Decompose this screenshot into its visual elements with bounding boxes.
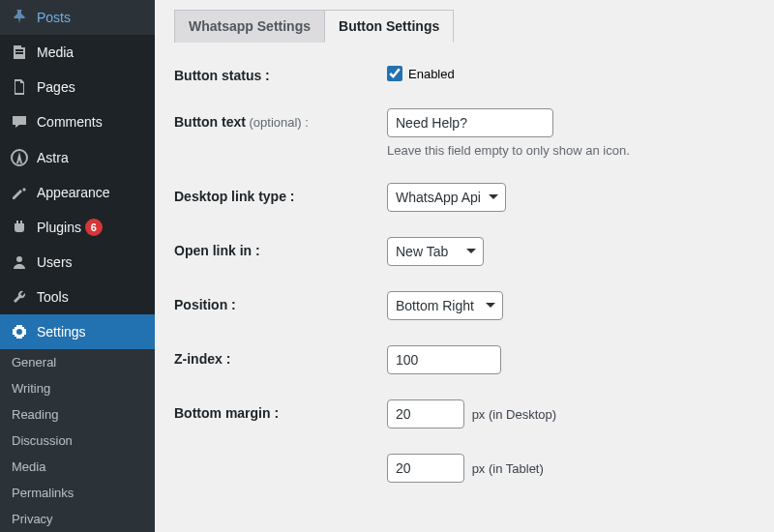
sidebar-item-astra[interactable]: Astra [0, 140, 155, 175]
select-desktop-link-type[interactable]: WhatsApp Api [387, 183, 506, 212]
row-button-text: Button text (optional) : Leave this fiel… [174, 108, 755, 158]
sidebar-item-label: Comments [37, 114, 103, 130]
sidebar-item-comments[interactable]: Comments [0, 104, 155, 139]
select-open-link-in[interactable]: New Tab [387, 237, 484, 266]
comments-icon [10, 112, 29, 132]
settings-submenu: General Writing Reading Discussion Media… [0, 349, 155, 532]
row-bottom-margin-desktop: Bottom margin : px (in Desktop) [174, 399, 755, 429]
pages-icon [10, 77, 29, 97]
sidebar-item-label: Pages [37, 79, 75, 95]
astra-icon [10, 148, 29, 167]
sidebar-item-label: Media [37, 44, 74, 60]
tools-icon [10, 287, 29, 307]
pin-icon [10, 8, 29, 27]
label-bottom-margin: Bottom margin : [174, 399, 387, 421]
sidebar-item-appearance[interactable]: Appearance [0, 175, 155, 210]
sidebar-item-users[interactable]: Users [0, 245, 155, 280]
tabs: Whatsapp Settings Button Settings [174, 0, 755, 43]
checkbox-button-status-wrap[interactable]: Enabled [387, 62, 755, 81]
input-z-index[interactable] [387, 345, 501, 374]
sidebar-item-label: Tools [37, 289, 69, 305]
sidebar-item-plugins[interactable]: Plugins 6 [0, 210, 155, 245]
settings-form: Button status : Enabled Button text (opt… [174, 62, 755, 483]
input-bottom-margin-tablet[interactable] [387, 454, 464, 483]
sidebar-item-label: Posts [37, 10, 71, 25]
svg-point-1 [16, 256, 22, 262]
content-area: Whatsapp Settings Button Settings Button… [155, 0, 774, 532]
update-badge: 6 [85, 219, 103, 236]
row-position: Position : Bottom Right [174, 291, 755, 320]
submenu-item-general[interactable]: General [0, 349, 155, 375]
checkbox-label: Enabled [408, 67, 455, 81]
sidebar-item-label: Settings [37, 324, 86, 340]
submenu-item-reading[interactable]: Reading [0, 401, 155, 428]
label-button-text: Button text (optional) : [174, 108, 387, 130]
label-button-status: Button status : [174, 62, 387, 83]
submenu-item-media[interactable]: Media [0, 454, 155, 480]
sidebar-item-settings[interactable]: Settings [0, 314, 155, 349]
sidebar-item-media[interactable]: Media [0, 35, 155, 70]
appearance-icon [10, 183, 29, 202]
input-bottom-margin-desktop[interactable] [387, 399, 464, 429]
row-bottom-margin-tablet: px (in Tablet) [174, 454, 755, 483]
submenu-item-privacy[interactable]: Privacy [0, 506, 155, 532]
media-icon [10, 43, 29, 62]
tab-whatsapp-settings[interactable]: Whatsapp Settings [174, 10, 325, 43]
label-desktop-link-type: Desktop link type : [174, 183, 387, 204]
submenu-item-permalinks[interactable]: Permalinks [0, 480, 155, 506]
sidebar-item-tools[interactable]: Tools [0, 280, 155, 314]
sidebar-item-label: Plugins [37, 220, 81, 235]
help-button-text: Leave this field empty to only show an i… [387, 143, 755, 158]
label-position: Position : [174, 291, 387, 312]
row-z-index: Z-index : [174, 345, 755, 374]
users-icon [10, 252, 29, 272]
plugins-icon [10, 218, 29, 237]
row-desktop-link-type: Desktop link type : WhatsApp Api [174, 183, 755, 212]
checkbox-button-status[interactable] [387, 66, 402, 81]
sidebar-item-label: Users [37, 254, 73, 270]
input-button-text[interactable] [387, 108, 553, 137]
unit-tablet: px (in Tablet) [472, 461, 544, 476]
row-button-status: Button status : Enabled [174, 62, 755, 83]
sidebar-item-posts[interactable]: Posts [0, 0, 155, 35]
sidebar-item-label: Appearance [37, 185, 110, 200]
row-open-link-in: Open link in : New Tab [174, 237, 755, 266]
admin-sidebar: Posts Media Pages Comments Astra Appeara… [0, 0, 155, 532]
select-position[interactable]: Bottom Right [387, 291, 503, 320]
sidebar-item-label: Astra [37, 150, 69, 165]
label-z-index: Z-index : [174, 345, 387, 367]
label-open-link-in: Open link in : [174, 237, 387, 258]
sidebar-item-pages[interactable]: Pages [0, 70, 155, 104]
settings-icon [10, 322, 29, 341]
unit-desktop: px (in Desktop) [472, 407, 556, 422]
submenu-item-writing[interactable]: Writing [0, 375, 155, 401]
submenu-item-discussion[interactable]: Discussion [0, 428, 155, 454]
tab-button-settings[interactable]: Button Settings [324, 10, 454, 43]
